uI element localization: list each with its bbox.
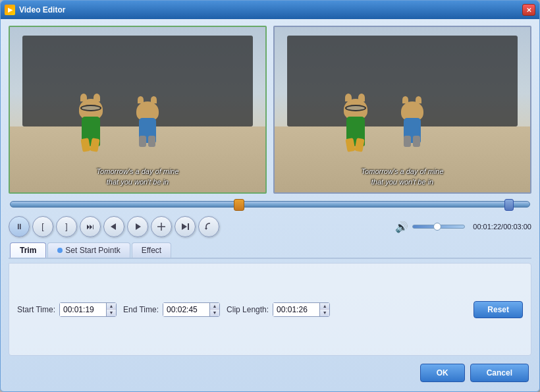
ok-button[interactable]: OK	[420, 364, 465, 382]
controls-row: ⏸ [ ] ⏭	[9, 215, 531, 238]
fade-in-button[interactable]	[103, 216, 124, 237]
svg-marker-4	[182, 223, 187, 230]
clip-length-input-wrap: ▲ ▼	[273, 302, 330, 317]
title-bar: ▶ Video Editor ✕	[1, 1, 539, 19]
window-title: Video Editor	[19, 5, 522, 14]
right-scene: Tomorrow's a day of mine that you won't …	[275, 27, 530, 192]
svg-marker-0	[111, 223, 116, 230]
tab-set-start-point[interactable]: Set Start Pointk	[47, 242, 130, 258]
clip-length-spinners: ▲ ▼	[319, 303, 329, 316]
undo-button[interactable]	[198, 216, 219, 237]
start-time-down[interactable]: ▼	[107, 310, 116, 316]
edit-panel: Start Time: ▲ ▼ End Time: ▲ ▼	[9, 263, 531, 356]
close-button[interactable]: ✕	[522, 4, 535, 16]
start-time-spinners: ▲ ▼	[106, 303, 116, 316]
end-time-up[interactable]: ▲	[210, 303, 219, 310]
end-time-input[interactable]	[163, 303, 209, 316]
svg-marker-1	[136, 223, 141, 230]
pause-button[interactable]: ⏸	[9, 216, 30, 237]
split-button[interactable]	[151, 216, 172, 237]
end-time-down[interactable]: ▼	[210, 310, 219, 316]
clip-length-input[interactable]	[273, 303, 319, 316]
skip-frame-button[interactable]: ⏭	[80, 216, 101, 237]
video-editor-window: ▶ Video Editor ✕	[0, 0, 540, 392]
timeline-track[interactable]	[10, 201, 530, 208]
app-icon: ▶	[5, 5, 15, 15]
mark-in-button[interactable]: [	[32, 216, 53, 237]
bottom-row: OK Cancel	[9, 360, 531, 385]
main-content: Tomorrow's a day of mine that you won't …	[1, 19, 539, 391]
timeline-row	[9, 198, 531, 211]
volume-thumb[interactable]	[433, 223, 441, 231]
tabs-row: Trim Set Start Pointk Effect	[9, 242, 531, 259]
chipmunk2-right	[397, 94, 430, 143]
start-time-input-wrap: ▲ ▼	[59, 302, 117, 317]
timeline-thumb[interactable]	[234, 199, 244, 211]
time-display: 00:01:22/00:03:00	[473, 223, 531, 231]
subtitle-right: Tomorrow's a day of mine that you won't …	[275, 167, 530, 187]
start-time-up[interactable]: ▲	[107, 303, 116, 310]
svg-marker-6	[205, 228, 207, 230]
left-preview: Tomorrow's a day of mine that you won't …	[9, 26, 267, 194]
subtitle-left: Tomorrow's a day of mine that you won't …	[10, 167, 265, 187]
end-time-group: End Time: ▲ ▼	[123, 302, 220, 317]
chipmunk2-left	[132, 94, 165, 143]
svg-rect-5	[188, 223, 189, 230]
right-preview: Tomorrow's a day of mine that you won't …	[273, 26, 531, 194]
chipmunk1-right	[338, 87, 375, 146]
mark-out-button[interactable]: ]	[56, 216, 77, 237]
timeline-end-marker[interactable]	[504, 199, 514, 211]
clip-length-down[interactable]: ▼	[320, 310, 329, 316]
chipmunk1-left	[74, 87, 110, 146]
previews-row: Tomorrow's a day of mine that you won't …	[9, 26, 531, 194]
left-scene: Tomorrow's a day of mine that you won't …	[10, 27, 265, 192]
volume-icon[interactable]: 🔊	[395, 221, 408, 233]
end-time-spinners: ▲ ▼	[209, 303, 219, 316]
clip-length-up[interactable]: ▲	[320, 303, 329, 310]
volume-slider[interactable]	[412, 225, 465, 229]
reset-button[interactable]: Reset	[473, 301, 523, 318]
skip-end-button[interactable]	[175, 216, 196, 237]
start-time-label: Start Time:	[17, 305, 55, 314]
start-time-group: Start Time: ▲ ▼	[17, 302, 117, 317]
clip-length-label: Clip Length:	[227, 305, 269, 314]
start-time-input[interactable]	[60, 303, 106, 316]
volume-section: 🔊 00:01:22/00:03:00	[395, 221, 531, 233]
tab-effect[interactable]: Effect	[132, 242, 171, 258]
fade-out-button[interactable]	[127, 216, 148, 237]
end-time-input-wrap: ▲ ▼	[163, 302, 220, 317]
tab-trim[interactable]: Trim	[10, 242, 46, 258]
end-time-label: End Time:	[123, 305, 159, 314]
cancel-button[interactable]: Cancel	[470, 364, 529, 382]
clip-length-group: Clip Length: ▲ ▼	[227, 302, 330, 317]
